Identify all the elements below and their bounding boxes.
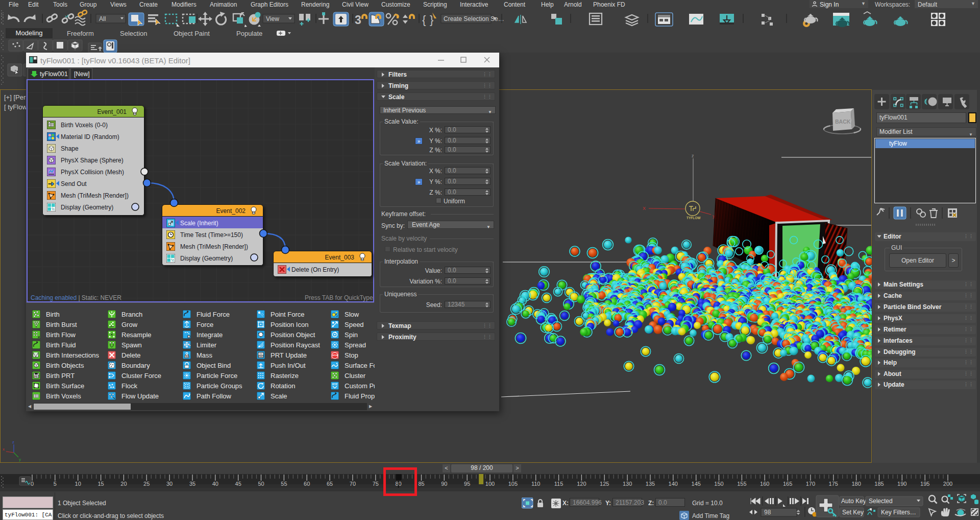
svg-text:170: 170 (806, 481, 815, 487)
svg-text:0: 0 (31, 481, 34, 487)
svg-text:65: 65 (327, 481, 333, 487)
svg-text:185: 185 (874, 481, 884, 487)
svg-text:55: 55 (281, 481, 287, 487)
svg-text:30: 30 (166, 481, 173, 487)
svg-text:175: 175 (829, 481, 838, 487)
svg-text:BACK: BACK (835, 119, 851, 125)
svg-text:98: 98 (764, 509, 771, 516)
svg-text:135: 135 (646, 481, 655, 487)
svg-text:20: 20 (120, 481, 127, 487)
svg-text:}: } (430, 13, 433, 26)
svg-text:25: 25 (143, 481, 150, 487)
svg-text:y: y (19, 457, 21, 462)
svg-text:XYZ: XYZ (332, 383, 338, 386)
svg-text:45: 45 (235, 481, 241, 487)
svg-text:Key Filters…: Key Filters… (881, 509, 916, 516)
svg-text:130: 130 (623, 481, 632, 487)
svg-text:PRT: PRT (34, 375, 39, 378)
svg-text:190: 190 (897, 481, 906, 487)
svg-text:145: 145 (692, 481, 701, 487)
svg-text:15: 15 (97, 481, 104, 487)
svg-text:125: 125 (600, 481, 609, 487)
svg-text:35: 35 (189, 481, 195, 487)
svg-text:x: x (3, 447, 5, 452)
svg-text:115: 115 (554, 481, 564, 487)
svg-text:75: 75 (373, 481, 379, 487)
svg-text:STOP: STOP (332, 354, 338, 357)
svg-text:TYFLOW: TYFLOW (687, 216, 701, 220)
svg-text:70: 70 (350, 481, 356, 487)
svg-text:85: 85 (418, 481, 424, 487)
svg-text:40: 40 (212, 481, 218, 487)
svg-text:5: 5 (54, 481, 57, 487)
svg-text:View: View (266, 15, 279, 22)
svg-text:50: 50 (258, 481, 264, 487)
svg-text:{: { (422, 13, 426, 26)
svg-text:All: All (99, 15, 106, 22)
svg-text:X: X (643, 206, 646, 211)
svg-text:z: z (692, 153, 694, 158)
svg-text:10: 10 (75, 481, 81, 487)
svg-text:195: 195 (920, 481, 929, 487)
svg-text:Selected: Selected (869, 498, 893, 505)
svg-text:160: 160 (760, 481, 769, 487)
svg-text:140: 140 (669, 481, 678, 487)
svg-text:95: 95 (464, 481, 470, 487)
svg-text:120: 120 (577, 481, 586, 487)
svg-text:60: 60 (304, 481, 310, 487)
svg-text:110: 110 (531, 481, 541, 487)
svg-text:200: 200 (943, 481, 952, 487)
svg-text:90: 90 (441, 481, 447, 487)
svg-text:105: 105 (508, 481, 518, 487)
svg-text:z: z (12, 440, 14, 444)
svg-text:3: 3 (355, 13, 361, 27)
svg-text:100: 100 (485, 481, 495, 487)
svg-text:150: 150 (714, 481, 723, 487)
svg-text:Set Key: Set Key (842, 509, 864, 516)
svg-text:Auto Key: Auto Key (841, 498, 866, 505)
svg-text:PRT: PRT (259, 354, 264, 358)
svg-text:180: 180 (851, 481, 861, 487)
svg-text:KG: KG (186, 355, 189, 358)
svg-text:165: 165 (783, 481, 792, 487)
svg-text:155: 155 (737, 481, 746, 487)
